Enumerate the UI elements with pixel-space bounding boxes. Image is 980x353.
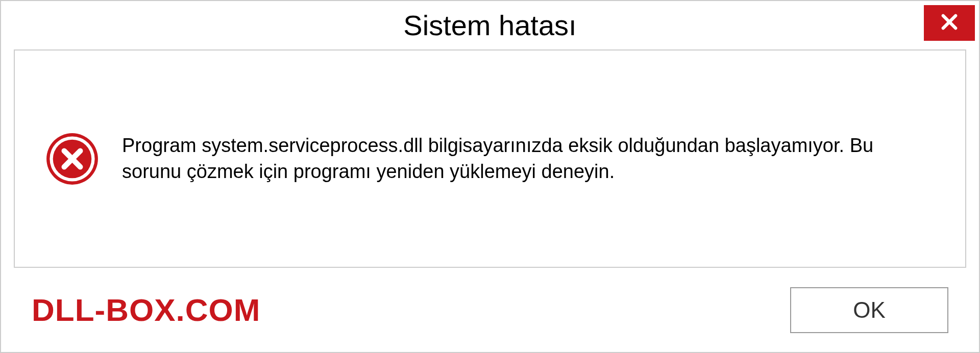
title-bar: Sistem hatası — [1, 1, 979, 49]
ok-button[interactable]: OK — [790, 287, 948, 333]
close-button[interactable] — [924, 5, 975, 41]
error-icon — [45, 132, 99, 186]
content-area: Program system.serviceprocess.dll bilgis… — [14, 49, 966, 268]
footer-area: DLL-BOX.COM OK — [1, 268, 979, 352]
watermark-text: DLL-BOX.COM — [32, 292, 260, 328]
error-dialog: Sistem hatası Program system.serviceproc… — [0, 0, 980, 353]
close-icon — [939, 11, 960, 35]
error-message: Program system.serviceprocess.dll bilgis… — [122, 133, 935, 185]
dialog-title: Sistem hatası — [403, 9, 576, 42]
